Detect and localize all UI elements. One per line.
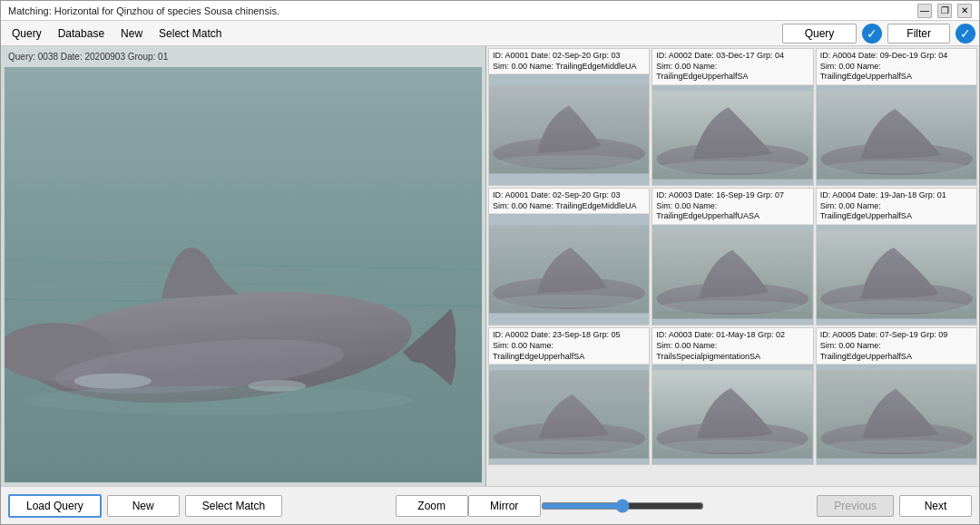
svg-point-33 — [661, 440, 805, 452]
menu-database[interactable]: Database — [51, 24, 112, 43]
filter-check-icon: ✓ — [956, 24, 975, 44]
title-text: Matching: Horizontal for Qinzhou of spec… — [8, 5, 279, 16]
close-button[interactable]: ✕ — [957, 4, 972, 18]
result-cell-4[interactable]: ID: A0003 Date: 16-Sep-19 Grp: 07Sim: 0.… — [652, 188, 813, 326]
menu-new[interactable]: New — [113, 24, 150, 43]
result-info-7: ID: A0003 Date: 01-May-18 Grp: 02Sim: 0.… — [652, 328, 812, 365]
svg-point-12 — [497, 155, 642, 168]
result-cell-6[interactable]: ID: A0002 Date: 23-Sep-18 Grp: 05Sim: 0.… — [488, 327, 650, 465]
slider-container: Zoom Mirror — [288, 495, 811, 517]
result-image-7 — [652, 365, 812, 464]
result-image-3 — [489, 214, 649, 325]
next-button[interactable]: Next — [899, 495, 972, 517]
svg-point-27 — [824, 300, 968, 313]
zoom-slider[interactable] — [541, 499, 704, 513]
window-controls: — ❐ ✕ — [917, 4, 972, 18]
title-bar: Matching: Horizontal for Qinzhou of spec… — [1, 1, 979, 21]
result-info-4: ID: A0003 Date: 16-Sep-19 Grp: 07Sim: 0.… — [652, 189, 812, 225]
svg-point-24 — [661, 300, 805, 313]
result-info-0: ID: A0001 Date: 02-Sep-20 Grp: 03Sim: 0.… — [489, 49, 649, 74]
right-panel: ID: A0001 Date: 02-Sep-20 Grp: 03Sim: 0.… — [486, 46, 979, 486]
result-cell-7[interactable]: ID: A0003 Date: 01-May-18 Grp: 02Sim: 0.… — [652, 327, 813, 465]
result-info-3: ID: A0001 Date: 02-Sep-20 Grp: 03Sim: 0.… — [489, 189, 649, 214]
zoom-button[interactable]: Zoom — [396, 495, 468, 517]
result-info-6: ID: A0002 Date: 23-Sep-18 Grp: 05Sim: 0.… — [489, 328, 649, 365]
result-cell-2[interactable]: ID: A0004 Date: 09-Dec-19 Grp: 04Sim: 0.… — [816, 48, 977, 186]
query-button[interactable]: Query — [782, 24, 858, 44]
previous-button[interactable]: Previous — [817, 495, 894, 517]
result-cell-3[interactable]: ID: A0001 Date: 02-Sep-20 Grp: 03Sim: 0.… — [488, 188, 650, 326]
result-info-5: ID: A0004 Date: 19-Jan-18 Grp: 01Sim: 0.… — [817, 189, 976, 225]
svg-point-36 — [824, 440, 968, 452]
menu-right-controls: Query ✓ Filter ✓ — [782, 24, 975, 44]
result-image-8 — [817, 365, 976, 464]
load-query-button[interactable]: Load Query — [8, 494, 102, 518]
svg-point-21 — [497, 295, 642, 307]
result-info-1: ID: A0002 Date: 03-Dec-17 Grp: 04Sim: 0.… — [652, 49, 812, 85]
menu-bar: Query Database New Select Match Query ✓ … — [1, 21, 979, 46]
svg-point-15 — [661, 160, 805, 173]
result-image-0 — [489, 74, 649, 185]
results-grid: ID: A0001 Date: 02-Sep-20 Grp: 03Sim: 0.… — [488, 48, 977, 465]
result-info-8: ID: A0005 Date: 07-Sep-19 Grp: 09Sim: 0.… — [817, 328, 976, 365]
query-info: Query: 0038 Date: 20200903 Group: 01 — [5, 50, 482, 63]
result-info-2: ID: A0004 Date: 09-Dec-19 Grp: 04Sim: 0.… — [817, 49, 976, 85]
result-image-2 — [817, 85, 976, 185]
svg-point-30 — [497, 440, 642, 452]
menu-select-match[interactable]: Select Match — [152, 24, 229, 43]
maximize-button[interactable]: ❐ — [937, 4, 952, 18]
result-cell-0[interactable]: ID: A0001 Date: 02-Sep-20 Grp: 03Sim: 0.… — [488, 48, 650, 186]
svg-rect-0 — [5, 67, 482, 482]
query-check-icon: ✓ — [862, 24, 882, 44]
result-image-4 — [652, 225, 812, 325]
filter-button[interactable]: Filter — [887, 24, 950, 44]
main-content: Query: 0038 Date: 20200903 Group: 01 — [1, 46, 979, 486]
select-match-button[interactable]: Select Match — [185, 495, 282, 517]
bottom-bar: Load Query New Select Match Zoom Mirror … — [1, 486, 979, 524]
result-image-1 — [652, 85, 812, 185]
new-button[interactable]: New — [107, 495, 180, 517]
result-image-5 — [817, 225, 976, 325]
result-cell-1[interactable]: ID: A0002 Date: 03-Dec-17 Grp: 04Sim: 0.… — [652, 48, 813, 186]
left-panel: Query: 0038 Date: 20200903 Group: 01 — [1, 46, 486, 486]
result-image-6 — [489, 365, 649, 464]
minimize-button[interactable]: — — [917, 4, 932, 18]
svg-point-18 — [824, 160, 968, 173]
result-cell-5[interactable]: ID: A0004 Date: 19-Jan-18 Grp: 01Sim: 0.… — [816, 188, 977, 326]
main-image — [5, 67, 482, 482]
result-cell-8[interactable]: ID: A0005 Date: 07-Sep-19 Grp: 09Sim: 0.… — [816, 327, 977, 465]
mirror-button[interactable]: Mirror — [468, 495, 541, 517]
menu-query[interactable]: Query — [5, 24, 49, 43]
